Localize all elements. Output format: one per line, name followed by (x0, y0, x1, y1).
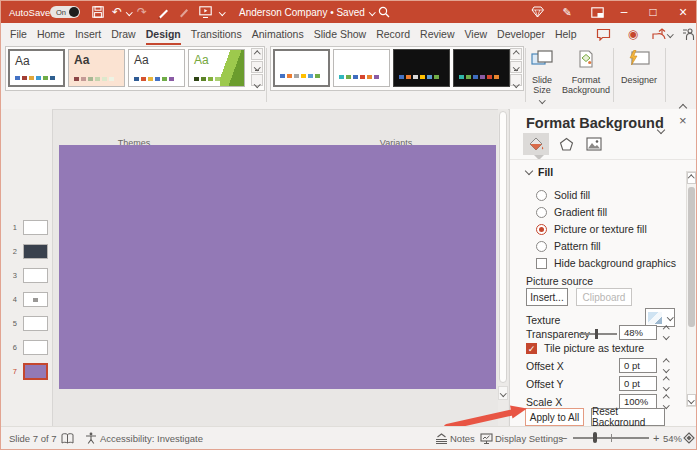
slide-thumbnail-2[interactable] (23, 244, 48, 259)
accessibility-icon[interactable] (85, 427, 97, 449)
transparency-value[interactable]: 48% (619, 325, 657, 340)
format-background-button[interactable]: Format Background (561, 47, 611, 105)
fill-section-header[interactable]: Fill (526, 166, 553, 178)
fill-tab[interactable] (523, 133, 549, 155)
theme-thumbnail-3[interactable]: Aa (128, 49, 185, 87)
reset-background-button[interactable]: Reset Background (591, 408, 665, 426)
tab-slide-show[interactable]: Slide Show (309, 23, 372, 45)
presenter-icon[interactable] (679, 26, 697, 42)
minimize-button[interactable]: – (612, 1, 636, 23)
variants-scroll-up-icon[interactable] (510, 48, 522, 60)
tab-help[interactable]: Help (550, 23, 582, 45)
panel-scroll-up-icon[interactable] (687, 172, 696, 184)
zoom-out-button[interactable]: − (561, 427, 567, 449)
zoom-in-button[interactable]: + (653, 427, 659, 449)
tab-record[interactable]: Record (371, 23, 415, 45)
slide-thumbnail-5[interactable] (23, 316, 48, 331)
format-background-panel: Format Background × Fill Solid fill Grad… (509, 109, 697, 429)
variant-thumbnail-4[interactable] (453, 49, 510, 87)
slide-thumbnail-6[interactable] (23, 340, 48, 355)
pattern-fill-option[interactable]: Pattern fill (536, 240, 601, 252)
tab-home[interactable]: Home (32, 23, 70, 45)
maximize-button[interactable]: □ (641, 1, 665, 23)
offset-y-spinner[interactable] (661, 376, 671, 391)
slide-size-button[interactable]: Slide Size (523, 47, 561, 105)
tab-draw[interactable]: Draw (106, 23, 141, 45)
panel-scroll-down-icon[interactable] (687, 394, 696, 406)
picture-tab[interactable] (581, 133, 607, 155)
redo-icon[interactable]: ↷ (134, 1, 150, 23)
panel-close-icon[interactable]: × (679, 113, 687, 128)
effects-tab[interactable] (553, 133, 579, 155)
close-button[interactable]: × (671, 1, 695, 23)
draw-pen-icon[interactable] (154, 1, 172, 23)
quick-access-more-icon[interactable] (217, 1, 227, 23)
autosave-toggle[interactable]: On (50, 6, 80, 18)
variant-thumbnail-3[interactable] (393, 49, 450, 87)
themes-more-icon[interactable] (251, 74, 263, 86)
comments-icon[interactable] (593, 26, 613, 42)
themes-scroll-up-icon[interactable] (251, 48, 263, 60)
search-icon[interactable] (375, 1, 393, 23)
variant-thumbnail-1[interactable] (273, 49, 330, 87)
hide-background-graphics-checkbox[interactable]: Hide background graphics (536, 257, 676, 269)
theme-thumbnail-office[interactable]: Aa (8, 49, 65, 87)
transparency-spinner[interactable] (661, 325, 671, 340)
spellcheck-book-icon[interactable] (61, 427, 74, 449)
accessibility-status[interactable]: Accessibility: Investigate (100, 427, 203, 449)
titlebar: AutoSave On ↶ ↷ Anderson Company • Saved (1, 1, 696, 23)
share-icon[interactable] (649, 26, 675, 42)
designer-button[interactable]: Designer (617, 47, 661, 105)
panel-collapse-icon[interactable] (658, 119, 664, 137)
fit-slide-icon[interactable] (683, 427, 695, 449)
tab-transitions[interactable]: Transitions (186, 23, 247, 45)
solid-fill-option[interactable]: Solid fill (536, 189, 590, 201)
scroll-down-icon[interactable] (498, 386, 508, 400)
save-icon[interactable] (89, 1, 107, 23)
theme-thumbnail-2[interactable]: Aa (68, 49, 125, 87)
offset-x-spinner[interactable] (661, 358, 671, 373)
tab-design[interactable]: Design (141, 23, 186, 45)
variants-more-icon[interactable] (510, 74, 522, 86)
undo-icon[interactable]: ↶ (109, 1, 125, 23)
slide-thumbnail-1[interactable] (23, 220, 48, 235)
editing-pencil-icon[interactable]: ✎ (558, 1, 576, 23)
slide-thumbnail-7-selected[interactable] (23, 363, 48, 380)
zoom-slider-handle[interactable] (593, 432, 597, 443)
gradient-fill-option[interactable]: Gradient fill (536, 206, 607, 218)
theme-thumbnail-4[interactable]: Aa (188, 49, 245, 87)
zoom-percentage[interactable]: 54% (663, 427, 682, 449)
tab-file[interactable]: File (5, 23, 32, 45)
record-icon[interactable]: ◉ (623, 26, 643, 42)
clipboard-button[interactable]: Clipboard (576, 288, 632, 306)
notes-button[interactable]: Notes (450, 427, 475, 449)
tab-view[interactable]: View (459, 23, 492, 45)
slide-thumbnail-4[interactable] (23, 292, 48, 307)
panel-scrollbar-thumb[interactable] (688, 187, 695, 327)
undo-dropdown-icon[interactable] (125, 1, 133, 23)
tile-picture-checkbox[interactable]: ✓Tile picture as texture (526, 342, 644, 354)
offset-y-value[interactable]: 0 pt (619, 376, 657, 391)
tab-insert[interactable]: Insert (70, 23, 106, 45)
start-slideshow-icon[interactable] (196, 1, 214, 23)
picture-texture-fill-option[interactable]: Picture or texture fill (536, 223, 647, 235)
highlighter-pen-icon[interactable] (175, 1, 193, 23)
apply-to-all-button[interactable]: Apply to All (525, 408, 584, 426)
offset-x-value[interactable]: 0 pt (619, 358, 657, 373)
variant-thumbnail-2[interactable] (333, 49, 390, 87)
ribbon-display-icon[interactable] (588, 1, 606, 23)
tab-review[interactable]: Review (415, 23, 459, 45)
tab-developer[interactable]: Developer (492, 23, 550, 45)
tab-animations[interactable]: Animations (247, 23, 309, 45)
insert-button[interactable]: Insert... (526, 288, 568, 306)
display-settings-button[interactable]: Display Settings (495, 427, 563, 449)
slide-canvas[interactable] (59, 145, 496, 389)
transparency-slider-handle[interactable] (595, 329, 598, 339)
slide-thumbnail-3[interactable] (23, 268, 48, 283)
designer-diamond-icon[interactable] (528, 1, 546, 23)
scrollbar-thumb[interactable] (499, 111, 507, 383)
document-title[interactable]: Anderson Company • Saved (239, 1, 374, 23)
canvas-scrollbar[interactable] (498, 109, 508, 429)
panel-scrollbar[interactable] (686, 171, 697, 407)
transparency-slider[interactable] (579, 333, 617, 335)
